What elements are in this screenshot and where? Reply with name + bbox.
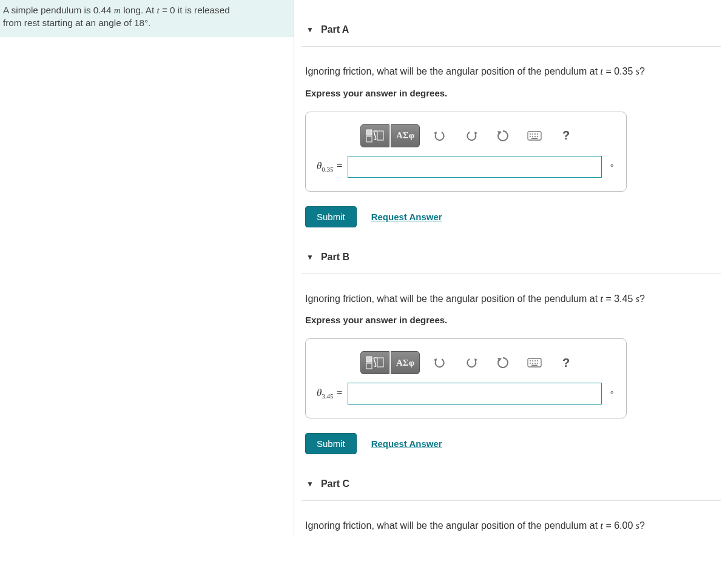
question-text: ? bbox=[639, 520, 645, 531]
keyboard-icon bbox=[527, 358, 542, 368]
svg-rect-15 bbox=[377, 358, 383, 367]
equals: = bbox=[334, 387, 343, 398]
problem-text: from rest starting at an angle of 18°. bbox=[3, 18, 150, 28]
redo-icon bbox=[465, 130, 478, 141]
collapse-icon[interactable]: ▼ bbox=[302, 25, 314, 34]
templates-icon bbox=[366, 356, 384, 369]
question-text: = 6.00 bbox=[603, 520, 636, 531]
answer-lhs: θ3.45 = bbox=[317, 387, 348, 400]
reset-icon bbox=[497, 130, 509, 142]
submit-button[interactable]: Submit bbox=[305, 206, 357, 227]
reset-button[interactable] bbox=[490, 352, 516, 373]
svg-rect-12 bbox=[531, 138, 538, 139]
undo-button[interactable] bbox=[427, 126, 453, 146]
svg-point-18 bbox=[532, 360, 533, 361]
answer-lhs: θ0.35 = bbox=[317, 160, 348, 173]
svg-point-20 bbox=[537, 360, 538, 361]
answer-unit: ° bbox=[602, 162, 615, 172]
theta-sub: 0.35 bbox=[322, 166, 333, 173]
part-b-header: ▼ Part B bbox=[302, 252, 721, 274]
request-answer-link[interactable]: Request Answer bbox=[371, 212, 442, 222]
equation-toolbar: ΑΣφ bbox=[360, 124, 615, 147]
part-b-title: Part B bbox=[321, 252, 349, 263]
greek-button[interactable]: ΑΣφ bbox=[391, 351, 420, 374]
question-text: = 0.35 bbox=[603, 66, 636, 76]
submit-label: Submit bbox=[317, 438, 345, 449]
undo-button[interactable] bbox=[427, 352, 453, 373]
question-text: Ignoring friction, what will be the angu… bbox=[305, 520, 601, 531]
right-column: ▼ Part A Ignoring friction, what will be… bbox=[294, 0, 728, 535]
part-a-header: ▼ Part A bbox=[302, 24, 721, 47]
question-text: Ignoring friction, what will be the angu… bbox=[305, 294, 601, 304]
redo-button[interactable] bbox=[459, 126, 484, 146]
answer-input[interactable] bbox=[348, 156, 602, 178]
redo-button[interactable] bbox=[459, 352, 484, 373]
answer-input[interactable] bbox=[348, 383, 602, 405]
svg-rect-0 bbox=[366, 130, 372, 135]
help-label: ? bbox=[562, 129, 570, 143]
left-column: A simple pendulum is 0.44 m long. At t =… bbox=[0, 0, 294, 535]
svg-point-23 bbox=[534, 363, 536, 364]
part-b-question: Ignoring friction, what will be the angu… bbox=[302, 291, 721, 307]
collapse-icon[interactable]: ▼ bbox=[302, 480, 314, 488]
svg-rect-1 bbox=[366, 136, 372, 142]
undo-icon bbox=[433, 357, 447, 368]
part-c-title: Part C bbox=[321, 478, 349, 489]
equals: = bbox=[334, 160, 343, 172]
collapse-icon[interactable]: ▼ bbox=[302, 253, 314, 261]
svg-point-19 bbox=[534, 360, 536, 361]
part-b-actions: Submit Request Answer bbox=[305, 433, 717, 454]
theta-sub: 3.45 bbox=[322, 393, 333, 400]
svg-point-21 bbox=[530, 363, 531, 364]
part-c-header: ▼ Part C bbox=[302, 478, 721, 501]
keyboard-icon bbox=[527, 131, 542, 141]
request-answer-link[interactable]: Request Answer bbox=[371, 438, 442, 449]
problem-text: = 0 it is released bbox=[160, 5, 230, 15]
svg-point-10 bbox=[534, 136, 536, 137]
answer-unit: ° bbox=[602, 389, 615, 398]
part-a-title: Part A bbox=[321, 24, 349, 35]
keyboard-button[interactable] bbox=[522, 126, 547, 146]
submit-button[interactable]: Submit bbox=[305, 433, 357, 454]
problem-statement: A simple pendulum is 0.44 m long. At t =… bbox=[0, 0, 294, 37]
part-a-answer-box: ΑΣφ bbox=[305, 112, 627, 192]
reset-icon bbox=[497, 357, 509, 369]
problem-text: long. At bbox=[121, 5, 157, 15]
problem-text: A simple pendulum is 0.44 bbox=[3, 5, 114, 15]
svg-rect-13 bbox=[366, 357, 372, 362]
help-button[interactable]: ? bbox=[553, 126, 579, 146]
svg-rect-14 bbox=[366, 363, 372, 369]
svg-point-4 bbox=[530, 133, 531, 135]
greek-label: ΑΣφ bbox=[396, 358, 414, 368]
svg-point-5 bbox=[532, 133, 533, 135]
unit-m: m bbox=[114, 5, 121, 15]
greek-button[interactable]: ΑΣφ bbox=[391, 124, 420, 147]
redo-icon bbox=[465, 357, 478, 368]
help-button[interactable]: ? bbox=[553, 352, 579, 373]
keyboard-button[interactable] bbox=[522, 352, 547, 373]
svg-point-22 bbox=[532, 363, 533, 364]
svg-point-17 bbox=[530, 360, 531, 361]
part-c-question: Ignoring friction, what will be the angu… bbox=[302, 518, 721, 534]
part-b-answer-box: ΑΣφ bbox=[305, 338, 627, 418]
templates-icon bbox=[366, 129, 384, 143]
equation-toolbar: ΑΣφ bbox=[360, 351, 615, 374]
part-b-hint: Express your answer in degrees. bbox=[302, 315, 721, 325]
question-text: = 3.45 bbox=[603, 294, 636, 304]
submit-label: Submit bbox=[317, 212, 345, 222]
reset-button[interactable] bbox=[490, 126, 516, 146]
part-c: ▼ Part C Ignoring friction, what will be… bbox=[302, 478, 721, 534]
undo-icon bbox=[433, 130, 447, 141]
svg-point-11 bbox=[537, 136, 538, 137]
part-a-hint: Express your answer in degrees. bbox=[302, 88, 721, 98]
answer-input-row: θ0.35 = ° bbox=[317, 156, 615, 178]
svg-rect-25 bbox=[531, 365, 538, 366]
part-a-actions: Submit Request Answer bbox=[305, 206, 717, 227]
help-label: ? bbox=[562, 356, 570, 370]
svg-point-8 bbox=[530, 136, 531, 137]
svg-point-9 bbox=[532, 136, 533, 137]
templates-button[interactable] bbox=[360, 124, 389, 147]
templates-button[interactable] bbox=[360, 351, 389, 374]
svg-point-24 bbox=[537, 363, 538, 364]
svg-point-7 bbox=[537, 133, 538, 135]
